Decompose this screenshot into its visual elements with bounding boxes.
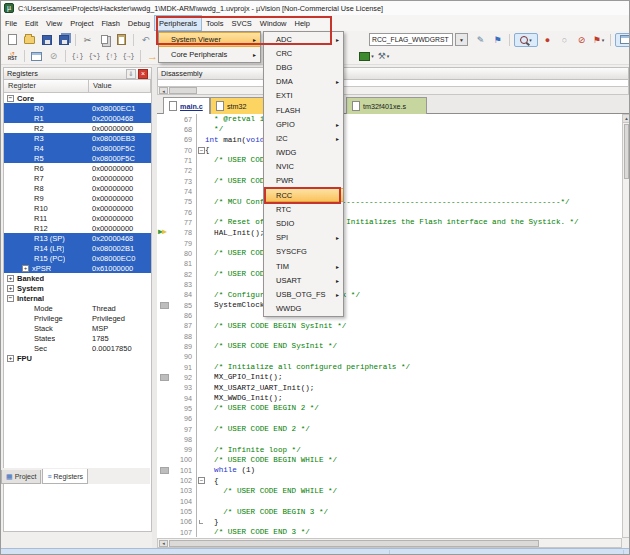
submenu-item-dbg[interactable]: DBG bbox=[264, 60, 343, 74]
code-line-106[interactable]: 106 } bbox=[157, 517, 622, 527]
paste-icon[interactable] bbox=[114, 33, 129, 47]
code-line-92[interactable]: 92 MX_GPIO_Init(); bbox=[157, 372, 622, 382]
dropdown-arrow-icon[interactable]: ▾ bbox=[602, 37, 605, 43]
code-line-82[interactable]: 82 /* USER CODE END Init */ bbox=[157, 269, 622, 279]
register-row-r8[interactable]: R80x00000000 bbox=[4, 183, 151, 193]
register-row-banked[interactable]: +Banked bbox=[4, 273, 151, 283]
stop-icon[interactable]: ⊘ bbox=[46, 49, 61, 63]
scroll-up-icon[interactable]: ▲ bbox=[623, 115, 630, 123]
menu-view[interactable]: View bbox=[42, 15, 66, 31]
submenu-item-rtc[interactable]: RTC bbox=[264, 202, 343, 216]
registers-column-headers[interactable]: Register Value bbox=[4, 80, 151, 93]
column-register[interactable]: Register bbox=[4, 80, 89, 93]
submenu-item-sdio[interactable]: SDIO bbox=[264, 216, 343, 230]
submenu-item-rcc[interactable]: RCC bbox=[264, 188, 343, 202]
code-line-94[interactable]: 94 MX_WWDG_Init(); bbox=[157, 393, 622, 403]
disassembly-hscrollbar[interactable]: ◂ bbox=[157, 86, 629, 95]
code-line-88[interactable]: 88 bbox=[157, 331, 622, 341]
code-line-89[interactable]: 89 /* USER CODE END SysInit */ bbox=[157, 341, 622, 351]
dropdown-arrow-icon[interactable]: ▾ bbox=[529, 37, 532, 43]
submenu-item-gpio[interactable]: GPIO▸ bbox=[264, 117, 343, 131]
code-line-91[interactable]: 91 /* Initialize all configured peripher… bbox=[157, 362, 622, 372]
code-line-85[interactable]: 85 SystemClock_Config(); bbox=[157, 300, 622, 310]
file-tab-tm32f401xe-s[interactable]: tm32f401xe.s bbox=[346, 97, 427, 114]
code-line-90[interactable]: 90 bbox=[157, 352, 622, 362]
code-line-67[interactable]: 67 * @retval int bbox=[157, 114, 622, 124]
menu-project[interactable]: Project bbox=[66, 15, 97, 31]
code-line-98[interactable]: 98 bbox=[157, 434, 622, 444]
expand-icon[interactable]: + bbox=[7, 275, 14, 282]
submenu-item-iwdg[interactable]: IWDG bbox=[264, 146, 343, 160]
register-row-r12[interactable]: R120x00000000 bbox=[4, 223, 151, 233]
menu-window[interactable]: Window bbox=[256, 15, 291, 31]
watch-expression-combo[interactable]: RCC_FLAG_WWDGRST ▼ bbox=[369, 33, 468, 46]
dropdown-arrow-icon[interactable]: ▾ bbox=[387, 53, 390, 59]
register-row-r7[interactable]: R70x00000000 bbox=[4, 173, 151, 183]
register-row-r13-sp-[interactable]: R13 (SP)0x20000468 bbox=[4, 233, 151, 243]
file-tab-stm32[interactable]: stm32 bbox=[210, 97, 265, 114]
code-line-99[interactable]: 99 /* Infinite loop */ bbox=[157, 445, 622, 455]
breakpoint-disable-icon[interactable]: ○ bbox=[557, 33, 572, 47]
editor-hscrollbar[interactable]: ◂ bbox=[157, 538, 622, 548]
close-icon[interactable]: × bbox=[138, 69, 148, 79]
breakpoint-enable-all-icon[interactable]: ⚑▾ bbox=[591, 33, 606, 47]
submenu-item-usb-otg-fs[interactable]: USB_OTG_FS▸ bbox=[264, 287, 343, 301]
submenu-item-usart[interactable]: USART▸ bbox=[264, 273, 343, 287]
collapse-icon[interactable]: − bbox=[7, 295, 14, 302]
step-icon[interactable]: {↓} bbox=[70, 49, 85, 63]
submenu-item-nvic[interactable]: NVIC bbox=[264, 160, 343, 174]
reset-icon[interactable]: ↺RST bbox=[5, 49, 20, 63]
submenu-item-flash[interactable]: FLASH bbox=[264, 103, 343, 117]
column-value[interactable]: Value bbox=[89, 80, 151, 93]
code-line-76[interactable]: 76 bbox=[157, 207, 622, 217]
register-row-r1[interactable]: R10x20000468 bbox=[4, 113, 151, 123]
copy-icon[interactable] bbox=[97, 33, 112, 47]
save-icon[interactable] bbox=[39, 33, 54, 47]
register-row-core[interactable]: −Core bbox=[4, 93, 151, 103]
watch-expression-value[interactable]: RCC_FLAG_WWDGRST bbox=[369, 33, 453, 46]
code-line-86[interactable]: 86 bbox=[157, 310, 622, 320]
file-tab-main-c[interactable]: main.c bbox=[163, 97, 210, 114]
scroll-left-icon[interactable]: ◂ bbox=[159, 87, 168, 94]
expand-icon[interactable]: + bbox=[7, 355, 14, 362]
scroll-thumb[interactable] bbox=[169, 540, 539, 547]
code-line-77[interactable]: 77 /* Reset of all peripherals, Initiali… bbox=[157, 217, 622, 227]
submenu-item-tim[interactable]: TIM▸ bbox=[264, 259, 343, 273]
code-line-96[interactable]: 96 bbox=[157, 414, 622, 424]
code-line-102[interactable]: 102− { bbox=[157, 475, 622, 485]
register-row-states[interactable]: States1785 bbox=[4, 333, 151, 343]
code-line-73[interactable]: 73 /* USER CODE END 1 */ bbox=[157, 176, 622, 186]
code-line-70[interactable]: 70−{ bbox=[157, 145, 622, 155]
menu-edit[interactable]: Edit bbox=[21, 15, 42, 31]
fold-collapse-icon[interactable]: − bbox=[198, 147, 205, 154]
code-line-104[interactable]: 104 bbox=[157, 496, 622, 506]
menu-item-core-peripherals[interactable]: Core Peripherals▸ bbox=[159, 47, 260, 62]
breakpoint-kill-all-icon[interactable]: ⊘ bbox=[574, 33, 589, 47]
submenu-item-i2c[interactable]: I2C▸ bbox=[264, 131, 343, 145]
dropdown-arrow-icon[interactable]: ▾ bbox=[371, 53, 374, 59]
menu-flash[interactable]: Flash bbox=[98, 15, 124, 31]
code-line-87[interactable]: 87 /* USER CODE BEGIN SysInit */ bbox=[157, 321, 622, 331]
submenu-item-crc[interactable]: CRC bbox=[264, 46, 343, 60]
find-in-files-icon[interactable]: ▾ bbox=[514, 33, 538, 47]
code-line-72[interactable]: 72 bbox=[157, 166, 622, 176]
code-line-83[interactable]: 83 bbox=[157, 279, 622, 289]
open-file-icon[interactable] bbox=[22, 33, 37, 47]
menu-svcs[interactable]: SVCS bbox=[227, 15, 255, 31]
run-to-cursor-icon[interactable]: {→} bbox=[121, 49, 136, 63]
submenu-item-syscfg[interactable]: SYSCFG bbox=[264, 245, 343, 259]
submenu-item-spi[interactable]: SPI▸ bbox=[264, 231, 343, 245]
scroll-thumb[interactable] bbox=[624, 124, 629, 179]
menu-peripherals[interactable]: Peripherals bbox=[154, 15, 202, 31]
code-line-101[interactable]: 101 while (1) bbox=[157, 465, 622, 475]
code-line-68[interactable]: 68 */ bbox=[157, 124, 622, 134]
menu-item-system-viewer[interactable]: System Viewer▸ bbox=[159, 32, 260, 47]
register-row-mode[interactable]: ModeThread bbox=[4, 303, 151, 313]
pin-icon[interactable]: ⇩ bbox=[126, 69, 136, 79]
register-row-r4[interactable]: R40x08000F5C bbox=[4, 143, 151, 153]
code-editor[interactable]: 67 * @retval int68 */69int main(void)70−… bbox=[157, 114, 622, 538]
code-line-93[interactable]: 93 MX_USART2_UART_Init(); bbox=[157, 383, 622, 393]
step-out-icon[interactable]: {↑} bbox=[104, 49, 119, 63]
run-icon[interactable] bbox=[29, 49, 44, 63]
logic-analyzer-icon[interactable]: ▾ bbox=[359, 49, 374, 63]
